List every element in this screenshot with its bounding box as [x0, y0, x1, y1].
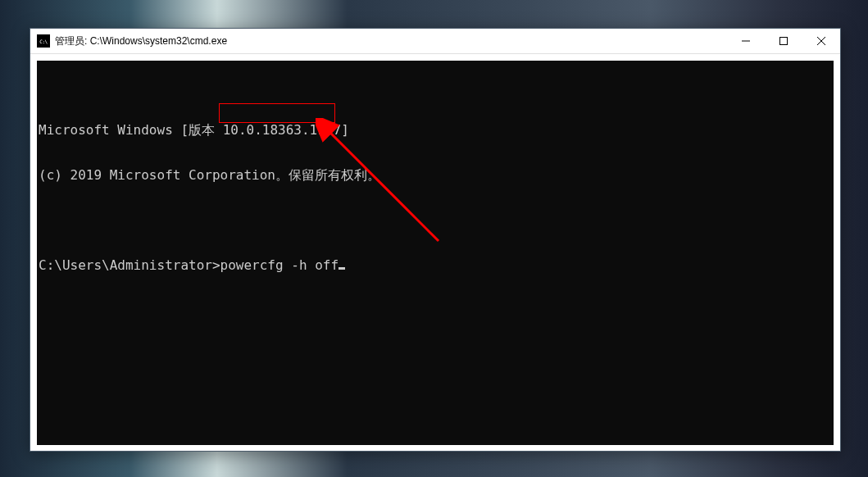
- cmd-window: C:\ 管理员: C:\Windows\system32\cmd.exe Mic…: [30, 28, 841, 452]
- prompt-line: C:\Users\Administrator>powercfg -h off: [39, 258, 834, 273]
- blank-line: [39, 213, 834, 228]
- close-button[interactable]: [802, 29, 840, 53]
- version-line: Microsoft Windows [版本 10.0.18363.1977]: [39, 123, 834, 138]
- app-icon: C:\: [37, 34, 50, 48]
- maximize-button[interactable]: [765, 29, 802, 53]
- command-text: powercfg -h off: [220, 258, 339, 273]
- copyright-line: (c) 2019 Microsoft Corporation。保留所有权利。: [39, 168, 834, 183]
- titlebar[interactable]: C:\ 管理员: C:\Windows\system32\cmd.exe: [30, 29, 840, 54]
- minimize-button[interactable]: [727, 29, 765, 53]
- cursor: [339, 267, 345, 270]
- window-controls: [727, 29, 840, 53]
- window-title: 管理员: C:\Windows\system32\cmd.exe: [55, 34, 727, 48]
- svg-rect-1: [780, 38, 788, 45]
- prompt-text: C:\Users\Administrator>: [39, 258, 220, 273]
- terminal-area[interactable]: Microsoft Windows [版本 10.0.18363.1977] (…: [37, 61, 834, 445]
